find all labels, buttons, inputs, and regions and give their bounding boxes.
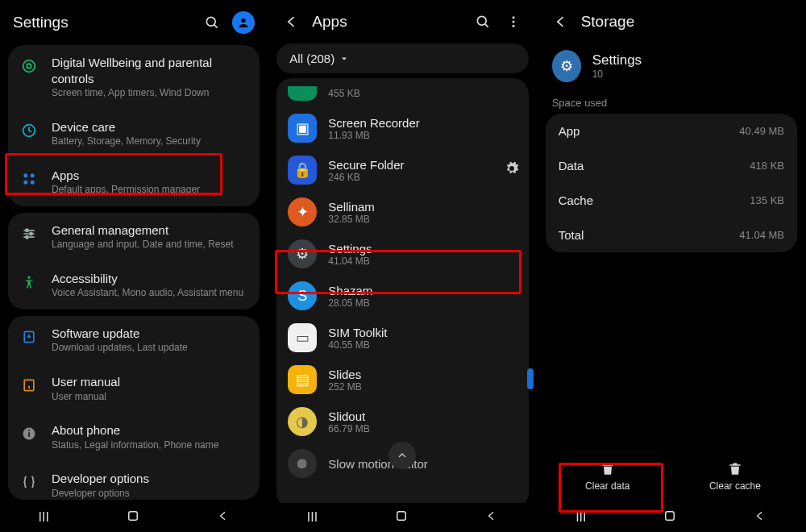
app-list[interactable]: 455 KB ▣ Screen Recorder11.93 MB 🔒 Secur… [268, 78, 536, 503]
row-value: 135 KB [750, 194, 784, 206]
row-key: App [559, 124, 580, 138]
settings-row-apps[interactable]: Apps Default apps, Permission manager [8, 158, 260, 206]
svg-point-3 [23, 60, 35, 73]
bottom-actions: Clear data Clear cache [538, 447, 805, 503]
settings-card-2: General management Language and input, D… [8, 213, 260, 310]
page-title: Settings [13, 14, 192, 31]
settings-row-accessibility[interactable]: Accessibility Voice Assistant, Mono audi… [8, 261, 260, 310]
settings-row-general[interactable]: General management Language and input, D… [8, 213, 260, 261]
home-button[interactable] [394, 509, 409, 526]
recents-button[interactable]: III [575, 510, 586, 525]
app-title: Shazam [328, 284, 372, 297]
scroll-top-button[interactable] [388, 442, 416, 469]
row-title: Digital Wellbeing and parental controls [52, 55, 248, 86]
apps-panel: Apps All (208) 455 KB ▣ Screen Recorder1… [268, 0, 537, 532]
list-item[interactable]: S Shazam28.05 MB [276, 275, 528, 317]
app-sub: 246 KB [328, 172, 404, 183]
row-sub: Download updates, Last update [52, 342, 248, 355]
recents-button[interactable]: III [38, 510, 48, 525]
svg-point-25 [512, 16, 514, 19]
recents-button[interactable]: III [307, 510, 318, 525]
app-title: Secure Folder [328, 158, 404, 172]
app-sub: 28.05 MB [328, 297, 372, 309]
search-icon[interactable] [472, 11, 493, 32]
page-title: Storage [581, 13, 792, 31]
row-value: 418 KB [750, 160, 784, 172]
storage-row-cache[interactable]: Cache 135 KB [546, 183, 797, 218]
home-button[interactable] [126, 509, 140, 526]
row-key: Data [559, 159, 584, 172]
row-value: 41.04 MB [739, 229, 784, 241]
scroll-indicator[interactable] [527, 368, 534, 389]
app-icon: ▭ [288, 323, 317, 352]
back-button[interactable] [754, 509, 767, 526]
settings-row-about[interactable]: About phone Status, Legal information, P… [8, 413, 260, 461]
sliders-icon [19, 224, 39, 243]
svg-point-14 [30, 232, 32, 235]
app-title: Settings [328, 242, 372, 256]
svg-point-2 [242, 19, 246, 23]
row-title: User manual [52, 374, 248, 390]
settings-row-update[interactable]: Software update Download updates, Last u… [8, 316, 260, 364]
row-sub: User manual [52, 391, 248, 404]
list-item[interactable]: ▣ Screen Recorder11.93 MB [276, 107, 528, 149]
row-key: Total [559, 228, 584, 242]
storage-row-total[interactable]: Total 41.04 MB [546, 218, 797, 252]
wellbeing-icon [19, 56, 39, 76]
header: Apps [268, 0, 536, 40]
braces-icon [19, 472, 39, 492]
app-title: Slides [328, 368, 361, 381]
storage-row-app[interactable]: App 40.49 MB [546, 114, 797, 148]
back-button[interactable] [485, 509, 498, 526]
list-item[interactable]: ✦ Sellinam32.85 MB [276, 191, 528, 233]
list-item[interactable]: ▭ SIM Toolkit40.55 MB [276, 317, 528, 359]
list-item-settings[interactable]: ⚙ Settings41.04 MB [276, 233, 528, 275]
row-title: General management [52, 222, 248, 239]
list-item[interactable]: 🔒 Secure Folder246 KB [276, 149, 528, 191]
app-version: 10 [592, 69, 642, 80]
more-icon[interactable] [503, 11, 524, 32]
row-title: Software update [52, 326, 248, 342]
action-label: Clear cache [709, 480, 761, 492]
back-button[interactable] [217, 509, 230, 526]
clear-data-button[interactable]: Clear data [559, 453, 656, 501]
app-icon: ▤ [288, 365, 317, 394]
svg-rect-20 [28, 432, 30, 437]
row-key: Cache [559, 193, 593, 207]
app-icon: S [288, 281, 317, 310]
row-title: About phone [52, 422, 248, 438]
svg-point-27 [512, 25, 514, 27]
back-icon[interactable] [281, 11, 302, 32]
back-icon[interactable] [550, 11, 571, 32]
search-icon[interactable] [202, 12, 222, 33]
list-item[interactable]: 455 KB [276, 80, 528, 107]
svg-point-4 [27, 64, 31, 69]
svg-rect-22 [129, 512, 138, 521]
app-sub: 11.93 MB [328, 130, 419, 141]
app-icon: ◑ [288, 407, 317, 436]
settings-panel: Settings Digital Wellbeing and parental … [0, 0, 268, 532]
update-icon [19, 327, 39, 347]
row-sub: Battery, Storage, Memory, Security [52, 135, 248, 148]
list-item[interactable]: ▤ Slides252 MB [276, 359, 528, 401]
row-title: Apps [52, 168, 248, 184]
settings-row-manual[interactable]: User manual User manual [8, 364, 260, 413]
svg-point-0 [207, 17, 216, 26]
settings-row-developer[interactable]: Developer options Developer options [8, 461, 260, 500]
app-title: Sellinam [328, 200, 375, 214]
svg-line-1 [214, 25, 218, 28]
app-title: Slidout [328, 409, 369, 423]
page-title: Apps [312, 13, 462, 31]
gear-icon[interactable] [505, 161, 519, 179]
profile-avatar[interactable] [232, 11, 255, 34]
storage-row-data[interactable]: Data 418 KB [546, 148, 797, 183]
list-item[interactable]: ◑ Slidout66.79 MB [276, 401, 528, 443]
settings-row-devicecare[interactable]: Device care Battery, Storage, Memory, Se… [8, 110, 260, 158]
settings-row-wellbeing[interactable]: Digital Wellbeing and parental controls … [8, 45, 260, 110]
filter-dropdown[interactable]: All (208) [276, 44, 528, 73]
trash-icon [727, 461, 743, 477]
clear-cache-button[interactable]: Clear cache [687, 453, 783, 501]
home-button[interactable] [663, 509, 677, 526]
app-icon: ⏺ [288, 449, 317, 478]
row-sub: Default apps, Permission manager [52, 184, 248, 197]
